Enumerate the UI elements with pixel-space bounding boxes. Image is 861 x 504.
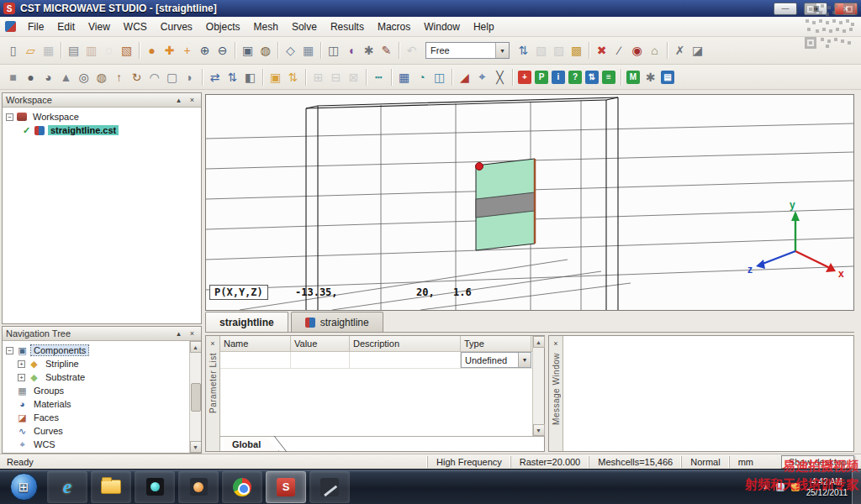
close-button[interactable]: ×: [834, 3, 858, 15]
param-name-cell[interactable]: [220, 352, 291, 368]
parameter-green-icon[interactable]: P: [535, 71, 548, 84]
3d-viewport[interactable]: y x z P(X,Y,Z) -13.35, 20, 1.6: [205, 94, 854, 311]
taskbar-item-tool[interactable]: [309, 471, 350, 503]
navtree-item-stripline[interactable]: +◆Stripline: [3, 357, 189, 370]
workspace-file-item[interactable]: ✓ straightline.cst: [3, 123, 201, 137]
message-window-content[interactable]: [563, 336, 853, 451]
menu-item-wcs[interactable]: WCS: [117, 18, 154, 35]
minimize-button[interactable]: —: [774, 3, 797, 15]
extrude-icon[interactable]: ↑: [110, 68, 128, 86]
move-tool-icon[interactable]: ✚: [161, 42, 178, 60]
param-column-type[interactable]: Type: [461, 336, 531, 351]
cone-shape-icon[interactable]: ▲: [57, 68, 75, 86]
taskbar-clock[interactable]: 4:42 AM 25/12/2011: [806, 476, 848, 498]
close-icon[interactable]: ×: [551, 338, 562, 349]
chevron-down-icon[interactable]: ▾: [495, 43, 509, 58]
help-blue-icon[interactable]: ▤: [661, 71, 674, 84]
sphere-shape-icon[interactable]: ●: [22, 68, 40, 86]
expand-icon[interactable]: +: [18, 374, 25, 381]
print-icon[interactable]: ▤: [65, 42, 82, 60]
menu-item-help[interactable]: Help: [467, 18, 501, 35]
probe-icon[interactable]: ∕: [610, 42, 628, 60]
swap-blue-icon[interactable]: ⇅: [585, 71, 599, 84]
gear-icon[interactable]: ✱: [360, 42, 378, 60]
sphere-tool-icon[interactable]: ●: [143, 42, 161, 60]
pin-icon[interactable]: ▴: [173, 328, 184, 339]
taskbar-item-chrome[interactable]: [222, 471, 262, 503]
start-button[interactable]: ⊞: [3, 471, 44, 503]
show-desktop-button[interactable]: [852, 469, 861, 504]
pencil-icon[interactable]: ✎: [378, 42, 395, 60]
param-description-cell[interactable]: [350, 352, 461, 368]
checker-icon[interactable]: ▦: [395, 68, 413, 86]
menu-item-window[interactable]: Window: [417, 18, 467, 35]
open-file-icon[interactable]: ▱: [22, 42, 40, 60]
close-icon[interactable]: ×: [187, 95, 198, 106]
mesh-grid-icon[interactable]: ▦: [299, 42, 317, 60]
torus-shape-icon[interactable]: ◎: [75, 68, 92, 86]
loft-icon[interactable]: ◠: [145, 68, 163, 86]
pick-face-icon[interactable]: ◪: [689, 42, 706, 60]
ruler-icon[interactable]: ┅: [370, 68, 388, 86]
menu-item-curves[interactable]: Curves: [154, 18, 199, 35]
zoom-in-icon[interactable]: ⊕: [196, 42, 214, 60]
menu-item-mesh[interactable]: Mesh: [247, 18, 285, 35]
navtree-item-faces[interactable]: ◪Faces: [3, 411, 189, 424]
material-library-icon[interactable]: ▣: [267, 68, 284, 86]
navtree-item-wcs[interactable]: ⌖WCS: [3, 438, 189, 451]
scroll-up-icon[interactable]: ▲: [190, 341, 202, 353]
query-green-icon[interactable]: ?: [568, 71, 582, 84]
undo-icon[interactable]: ↶: [403, 42, 420, 60]
collapse-icon[interactable]: −: [6, 347, 13, 354]
collapse-icon[interactable]: −: [6, 113, 13, 121]
shell-icon[interactable]: ▢: [163, 68, 181, 86]
navtree-item-components[interactable]: −▣Components: [3, 344, 189, 357]
menu-item-objects[interactable]: Objects: [199, 18, 247, 35]
parameter-table[interactable]: NameValueDescriptionType Undefined ▾: [220, 336, 532, 436]
taskbar-item-cst[interactable]: S: [266, 471, 306, 503]
navtree-item-substrate[interactable]: +◆Substrate: [3, 370, 189, 384]
network-icon[interactable]: [776, 483, 784, 491]
world-icon[interactable]: ◔: [413, 68, 430, 86]
group-remove-icon[interactable]: ⊟: [327, 68, 345, 86]
magnet-icon[interactable]: ◖: [342, 42, 360, 60]
parameter-scrollbar[interactable]: ▲ ▼: [532, 336, 544, 436]
zoom-out-icon[interactable]: ⊖: [214, 42, 231, 60]
mode-dropdown[interactable]: Free ▾: [425, 42, 510, 59]
pick-edge-icon[interactable]: ✗: [671, 42, 689, 60]
param-value-cell[interactable]: [291, 352, 350, 368]
layer-stack-icon[interactable]: ◫: [430, 68, 448, 86]
align-icon[interactable]: ⇅: [224, 68, 241, 86]
param-column-name[interactable]: Name: [220, 336, 291, 351]
material-sort-icon[interactable]: ⇅: [284, 68, 302, 86]
transform-icon[interactable]: ⇄: [206, 68, 224, 86]
menu-item-solve[interactable]: Solve: [285, 18, 324, 35]
chevron-down-icon[interactable]: ▾: [518, 353, 531, 367]
param-column-value[interactable]: Value: [291, 336, 350, 351]
group-clear-icon[interactable]: ⊠: [345, 68, 362, 86]
cut-red-icon[interactable]: ✖: [593, 42, 610, 60]
wcs-axes-icon[interactable]: ⌖: [473, 68, 491, 86]
pick-center-icon[interactable]: +: [178, 42, 196, 60]
navtree-item-groups[interactable]: ▦Groups: [3, 384, 189, 397]
expand-icon[interactable]: +: [18, 360, 25, 368]
wireframe-icon[interactable]: ◇: [282, 42, 299, 60]
render-globe-icon[interactable]: ◍: [256, 42, 274, 60]
macro-green-icon[interactable]: M: [626, 71, 640, 84]
tray-expand-icon[interactable]: ▲: [763, 483, 769, 491]
hide-solid-icon[interactable]: ◢: [456, 68, 473, 86]
scroll-down-icon[interactable]: ▼: [533, 424, 545, 436]
menu-item-results[interactable]: Results: [324, 18, 371, 35]
cube-view-icon[interactable]: ◫: [325, 42, 342, 60]
blend-icon[interactable]: ◗: [181, 68, 198, 86]
new-file-icon[interactable]: ▯: [4, 42, 22, 60]
bounding-box-icon[interactable]: ▣: [239, 42, 256, 60]
param-type-dropdown[interactable]: Undefined ▾: [461, 352, 531, 368]
menu-item-macros[interactable]: Macros: [371, 18, 417, 35]
copy-view-icon[interactable]: ▧: [532, 42, 550, 60]
group-add-icon[interactable]: ⊞: [309, 68, 327, 86]
maximize-button[interactable]: ▣: [804, 3, 827, 15]
save-icon[interactable]: ▦: [40, 42, 57, 60]
cutplane-icon[interactable]: ╳: [491, 68, 509, 86]
menu-item-file[interactable]: File: [21, 18, 50, 35]
